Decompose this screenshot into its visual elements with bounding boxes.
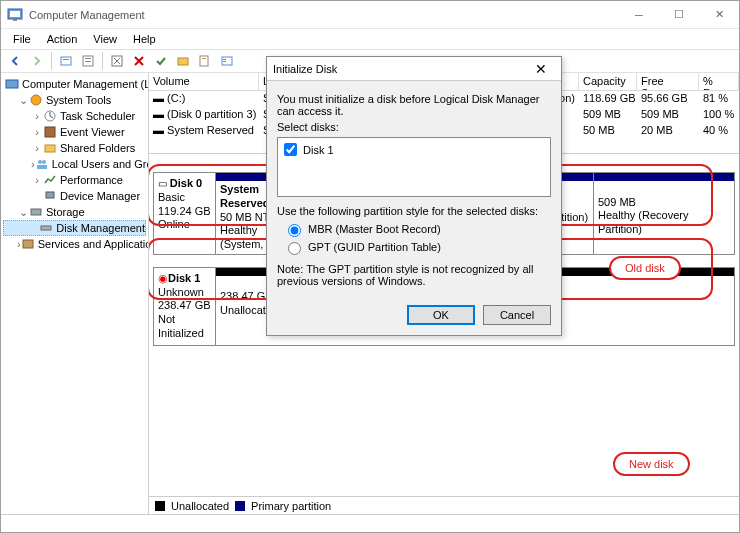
list-icon[interactable] [217,51,237,71]
close-button[interactable]: ✕ [699,1,739,29]
svg-point-16 [31,95,41,105]
cancel-button[interactable]: Cancel [483,305,551,325]
select-disks-label: Select disks: [277,121,551,133]
disk-selection-list: Disk 1 [277,137,551,197]
tree-local-users[interactable]: ›Local Users and Groups [3,156,146,172]
delete-icon[interactable] [129,51,149,71]
tree-task-scheduler[interactable]: ›Task Scheduler [3,108,146,124]
dialog-title: Initialize Disk [273,63,527,75]
refresh-icon[interactable] [107,51,127,71]
up-button[interactable] [56,51,76,71]
app-icon [7,7,23,23]
statusbar [1,514,739,532]
legend: Unallocated Primary partition [149,496,739,514]
new-disk-annotation: New disk [613,452,690,476]
col-capacity[interactable]: Capacity [579,73,637,90]
ok-button[interactable]: OK [407,305,475,325]
gpt-radio[interactable]: GPT (GUID Partition Table) [277,239,551,255]
svg-rect-7 [85,61,91,62]
col-volume[interactable]: Volume [149,73,259,90]
svg-point-21 [42,160,46,164]
svg-rect-10 [200,56,208,66]
titlebar: Computer Management ─ ☐ ✕ [1,1,739,29]
tree-system-tools[interactable]: ⌄System Tools [3,92,146,108]
minimize-button[interactable]: ─ [619,1,659,29]
initialize-disk-dialog: Initialize Disk ✕ You must initialize a … [266,56,562,336]
properties-icon[interactable] [78,51,98,71]
menu-help[interactable]: Help [125,31,164,47]
svg-rect-26 [23,240,33,248]
back-button[interactable] [5,51,25,71]
svg-rect-6 [85,58,91,59]
folder-icon[interactable] [173,51,193,71]
svg-rect-25 [41,226,51,230]
svg-rect-15 [6,80,18,88]
tree-storage[interactable]: ⌄Storage [3,204,146,220]
svg-rect-18 [45,127,55,137]
mbr-radio[interactable]: MBR (Master Boot Record) [277,221,551,237]
dialog-note: Note: The GPT partition style is not rec… [277,263,551,287]
svg-rect-1 [10,11,20,17]
svg-rect-23 [46,192,54,198]
svg-rect-22 [37,165,47,169]
window-title: Computer Management [29,9,619,21]
nav-tree: Computer Management (Local) ⌄System Tool… [1,73,149,514]
tree-performance[interactable]: ›Performance [3,172,146,188]
menubar: File Action View Help [1,29,739,49]
tree-event-viewer[interactable]: ›Event Viewer [3,124,146,140]
check-icon[interactable] [151,51,171,71]
disk-1-checkbox[interactable]: Disk 1 [280,140,548,159]
dialog-close-button[interactable]: ✕ [527,61,555,77]
svg-rect-19 [45,145,55,152]
tree-services[interactable]: ›Services and Applications [3,236,146,252]
menu-view[interactable]: View [85,31,125,47]
legend-unallocated: Unallocated [171,500,229,512]
svg-rect-14 [223,61,226,62]
legend-primary: Primary partition [251,500,331,512]
svg-point-20 [38,160,42,164]
svg-rect-9 [178,58,188,65]
tree-root[interactable]: Computer Management (Local) [3,76,146,92]
menu-action[interactable]: Action [39,31,86,47]
dialog-message: You must initialize a disk before Logica… [277,93,551,117]
tree-device-manager[interactable]: Device Manager [3,188,146,204]
old-disk-annotation: Old disk [609,256,681,280]
svg-rect-11 [202,58,206,59]
col-free-space[interactable]: Free Space [637,73,699,90]
svg-rect-2 [13,19,17,21]
tree-disk-management[interactable]: Disk Management [3,220,146,236]
forward-button[interactable] [27,51,47,71]
partition-style-label: Use the following partition style for th… [277,205,551,217]
tree-shared-folders[interactable]: ›Shared Folders [3,140,146,156]
svg-rect-3 [61,57,71,65]
maximize-button[interactable]: ☐ [659,1,699,29]
export-icon[interactable] [195,51,215,71]
menu-file[interactable]: File [5,31,39,47]
svg-rect-24 [31,209,41,215]
svg-rect-4 [63,59,69,60]
svg-rect-13 [223,59,226,60]
col-pct-free[interactable]: % Free [699,73,739,90]
